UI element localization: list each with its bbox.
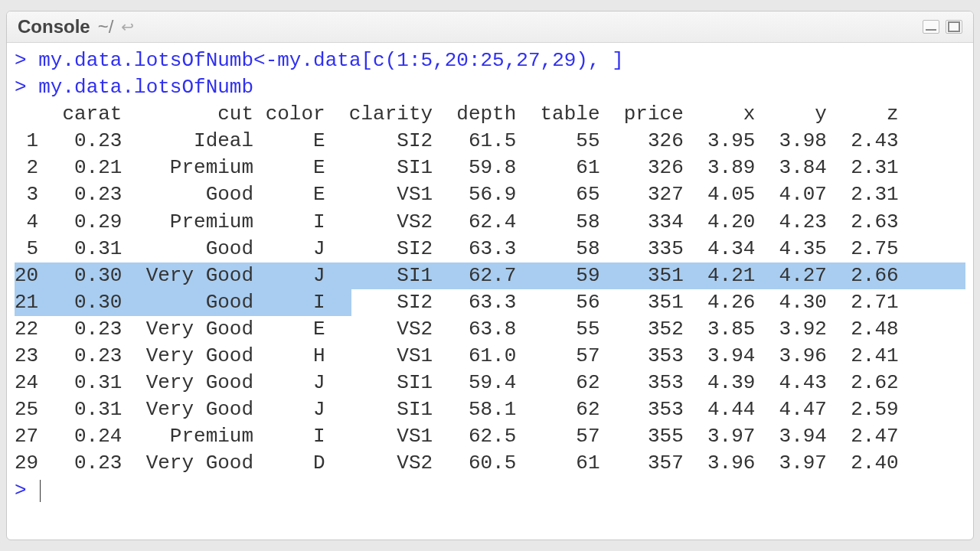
table-row: 22 0.23 Very Good E VS2 63.8 55 352 3.85… [15, 316, 965, 343]
table-row: 20 0.30 Very Good J SI1 62.7 59 351 4.21… [15, 262, 965, 289]
table-row: 5 0.31 Good J SI2 63.3 58 335 4.34 4.35 … [15, 236, 965, 262]
window-chrome: Console ~/ ↪ > my.data.lotsOfNumb<-my.da… [0, 0, 980, 551]
console-body[interactable]: > my.data.lotsOfNumb<-my.data[c(1:5,20:2… [7, 43, 973, 540]
console-path: ~/ [98, 16, 114, 37]
table-row: 2 0.21 Premium E SI1 59.8 61 326 3.89 3.… [15, 155, 965, 181]
table-header: carat cut color clarity depth table pric… [15, 101, 965, 128]
minimize-button[interactable] [923, 20, 939, 34]
maximize-button[interactable] [946, 20, 962, 34]
cursor [40, 480, 41, 502]
table-row: 3 0.23 Good E VS1 56.9 65 327 4.05 4.07 … [15, 181, 965, 208]
share-arrow-icon[interactable]: ↪ [121, 18, 134, 36]
table-row: 25 0.31 Very Good J SI1 58.1 62 353 4.44… [15, 396, 965, 423]
table-row: 27 0.24 Premium I VS1 62.5 57 355 3.97 3… [15, 423, 965, 450]
console-panel: Console ~/ ↪ > my.data.lotsOfNumb<-my.da… [6, 11, 974, 540]
table-row: 29 0.23 Very Good D VS2 60.5 61 357 3.96… [15, 450, 965, 477]
table-row: 24 0.31 Very Good J SI1 59.4 62 353 4.39… [15, 370, 965, 396]
table-row: 4 0.29 Premium I VS2 62.4 58 334 4.20 4.… [15, 209, 965, 236]
table-row: 21 0.30 Good I SI2 63.3 56 351 4.26 4.30… [15, 289, 965, 316]
table-row: 23 0.23 Very Good H VS1 61.0 57 353 3.94… [15, 343, 965, 370]
table-row: 1 0.23 Ideal E SI2 61.5 55 326 3.95 3.98… [15, 128, 965, 155]
console-header: Console ~/ ↪ [7, 11, 973, 43]
console-title: Console [18, 16, 90, 37]
